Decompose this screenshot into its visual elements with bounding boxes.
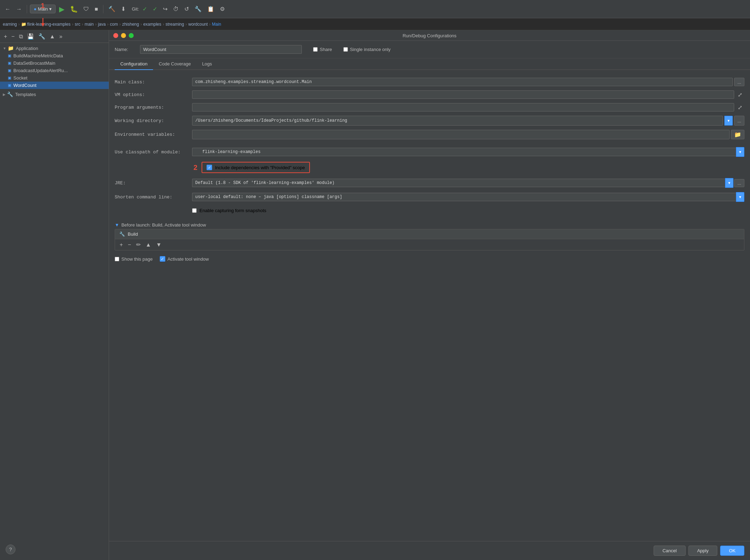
breadcrumb-src[interactable]: src	[75, 22, 80, 27]
remove-config-button[interactable]: −	[9, 32, 16, 41]
main-class-label: Main class:	[115, 79, 192, 85]
working-dir-label: Working directory:	[115, 118, 192, 123]
module-input[interactable]	[192, 148, 736, 156]
share-checkbox[interactable]	[313, 47, 318, 52]
bl-up-button[interactable]: ▲	[144, 241, 153, 249]
vm-options-label: VM options:	[115, 92, 192, 97]
single-instance-checkbox[interactable]	[343, 47, 348, 52]
breadcrumb-java[interactable]: java	[98, 22, 106, 27]
more-config-button[interactable]: »	[58, 32, 64, 41]
vm-options-row: VM options: ⤢	[109, 88, 750, 101]
bl-remove-button[interactable]: −	[126, 241, 133, 249]
breadcrumb-earning[interactable]: earning	[3, 22, 17, 27]
apply-button[interactable]: Apply	[688, 546, 718, 556]
stop-button[interactable]: ■	[93, 5, 100, 14]
maximize-traffic-light[interactable]	[129, 33, 134, 38]
main-class-input[interactable]	[192, 78, 733, 86]
minimize-traffic-light[interactable]	[121, 33, 126, 38]
breadcrumb-zhisheng[interactable]: zhisheng	[122, 22, 139, 27]
tree-item-dataset[interactable]: ▣ DataSetBrocastMain	[0, 59, 109, 67]
git-check1-button[interactable]: ✓	[140, 4, 149, 14]
templates-icon: 🔧	[7, 91, 13, 97]
build-button[interactable]: 🔨	[106, 4, 117, 14]
coverage-button[interactable]: 🛡	[81, 5, 91, 14]
bl-edit-button[interactable]: ✏	[134, 241, 142, 249]
jre-dropdown-button[interactable]: ▾	[725, 178, 733, 188]
tree-item-wordcount[interactable]: ▣ WordCount	[0, 82, 109, 89]
bl-down-button[interactable]: ▼	[154, 241, 164, 249]
save-config-button[interactable]: 💾	[25, 32, 36, 41]
working-dir-input[interactable]	[192, 116, 723, 126]
tree-item-build-machine[interactable]: ▣ BuildMachineMetricData	[0, 52, 109, 59]
layout-button[interactable]: 📋	[205, 4, 216, 14]
settings-button[interactable]: 🔧	[192, 4, 204, 14]
env-vars-browse-button[interactable]: 📁	[731, 130, 744, 139]
help-button[interactable]: ?	[6, 545, 15, 554]
working-dir-browse-button[interactable]: ...	[734, 116, 744, 126]
git-check2-button[interactable]: ✓	[151, 4, 159, 14]
capturing-checkbox[interactable]	[192, 208, 197, 213]
git-revert-button[interactable]: ↺	[182, 4, 191, 14]
download-button[interactable]: ⬇	[119, 4, 128, 14]
forward-button[interactable]: →	[14, 5, 24, 14]
jre-label: JRE:	[115, 180, 192, 186]
bottom-options: Show this page ✓ Activate tool window	[109, 253, 750, 265]
show-page-checkbox[interactable]	[115, 257, 119, 261]
bl-add-button[interactable]: +	[118, 241, 125, 249]
debug-button[interactable]: 🐛	[68, 4, 80, 14]
ok-button[interactable]: OK	[720, 546, 744, 556]
tree-item-socket[interactable]: ▣ Socket	[0, 74, 109, 82]
tree-label-dataset: DataSetBrocastMain	[13, 61, 55, 66]
breadcrumb-flink[interactable]: flink-learning-examples	[27, 22, 70, 27]
include-deps-checkbox[interactable]: ✓	[206, 165, 212, 170]
tab-code-coverage[interactable]: Code Coverage	[153, 58, 196, 70]
env-vars-input[interactable]	[192, 130, 730, 139]
module-select-wrapper: 📁 ▾	[192, 147, 744, 157]
vm-options-expand-button[interactable]: ⤢	[736, 90, 744, 99]
vm-options-input[interactable]	[192, 90, 734, 99]
main-class-browse-button[interactable]: ...	[734, 78, 744, 86]
breadcrumb-com[interactable]: com	[110, 22, 118, 27]
tab-configuration[interactable]: Configuration	[115, 58, 153, 70]
sort-config-button[interactable]: ▲	[48, 32, 57, 41]
tree-container: ▼ 📁 Application ▣ BuildMachineMetricData…	[0, 43, 109, 560]
activate-checkbox[interactable]: ✓	[160, 256, 165, 262]
before-launch-header[interactable]: ▼ Before launch: Build, Activate tool wi…	[115, 221, 744, 229]
before-launch-arrow: ▼	[115, 222, 119, 228]
application-icon: 📁	[8, 45, 14, 51]
close-traffic-light[interactable]	[113, 33, 118, 38]
breadcrumb-wordcount[interactable]: wordcount	[188, 22, 208, 27]
module-label: Use classpath of module:	[115, 149, 192, 155]
jre-browse-button[interactable]: ...	[734, 179, 744, 187]
add-config-button[interactable]: +	[2, 32, 9, 41]
module-dropdown-button[interactable]: ▾	[736, 147, 744, 157]
shorten-input[interactable]	[192, 193, 736, 201]
program-args-input[interactable]	[192, 103, 734, 112]
breadcrumb-main[interactable]: main	[84, 22, 94, 27]
config-button[interactable]: ⚙	[218, 4, 227, 14]
include-deps-label: Include dependencies with "Provided" sco…	[215, 165, 305, 170]
before-launch-build-item[interactable]: 🔧 Build	[115, 229, 744, 239]
git-branch-button[interactable]: ↪	[161, 4, 170, 14]
tree-item-broadcast[interactable]: ▣ BroadcastUpdateAlertRu...	[0, 67, 109, 74]
name-input[interactable]	[140, 45, 302, 54]
working-dir-dropdown-button[interactable]: ▾	[724, 116, 733, 126]
copy-config-button[interactable]: ⧉	[17, 32, 25, 41]
cancel-button[interactable]: Cancel	[654, 546, 685, 556]
jre-input[interactable]	[192, 179, 725, 187]
application-group[interactable]: ▼ 📁 Application	[0, 44, 109, 52]
breadcrumb-examples[interactable]: examples	[143, 22, 161, 27]
wrench-config-button[interactable]: 🔧	[37, 32, 47, 41]
templates-group[interactable]: ▶ 🔧 Templates	[0, 90, 109, 98]
jre-row: JRE: ▾ ...	[109, 176, 750, 190]
breadcrumb-mainclass[interactable]: Main	[212, 22, 221, 27]
back-button[interactable]: ←	[3, 5, 13, 14]
program-args-expand-button[interactable]: ⤢	[736, 103, 744, 112]
git-clock-button[interactable]: ⏱	[171, 5, 181, 14]
breadcrumb-streaming[interactable]: streaming	[166, 22, 184, 27]
shorten-dropdown-button[interactable]: ▾	[736, 192, 744, 202]
git-label: Git:	[132, 6, 139, 12]
run-button[interactable]: ▶	[57, 4, 66, 15]
tab-logs[interactable]: Logs	[196, 58, 217, 70]
jre-select-wrapper: ▾ ...	[192, 178, 744, 188]
